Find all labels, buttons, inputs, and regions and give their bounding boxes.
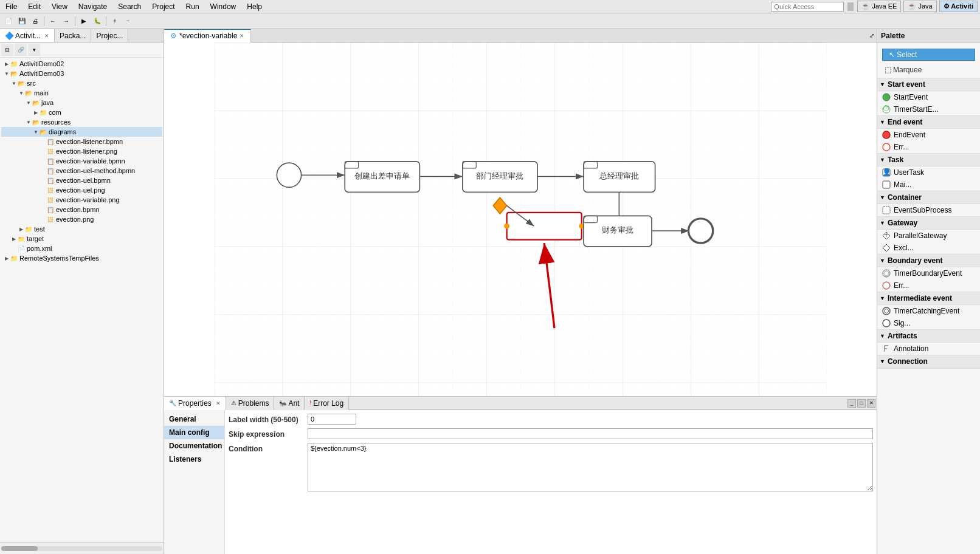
toolbar-back[interactable]: ←: [47, 15, 59, 27]
palette-section-start-event-header[interactable]: ▼ Start event: [877, 78, 980, 91]
tree-item-file3[interactable]: 📋 evection-variable.bpmn: [1, 156, 162, 166]
palette-section-gateway-header[interactable]: ▼ Gateway: [877, 217, 980, 230]
bottom-tab-ant[interactable]: 🐜 Ant: [274, 397, 305, 410]
palette-item-startevent[interactable]: StartEvent: [877, 91, 980, 103]
tree-item-file1[interactable]: 📋 evection-listener.bpmn: [1, 137, 162, 146]
palette-marquee-btn[interactable]: ⬚ Marquee: [880, 64, 978, 75]
palette-item-timerstartevent[interactable]: ⏱ TimerStartE...: [877, 103, 980, 115]
palette-section-artifacts-header[interactable]: ▼ Artifacts: [877, 330, 980, 343]
sidebar-tab-activiti[interactable]: 🔷 Activit... ✕: [0, 29, 55, 42]
prop-textarea-condition[interactable]: ${evection.num<3}: [308, 443, 873, 491]
palette-item-endevent[interactable]: EndEvent: [877, 129, 980, 141]
sidebar-scroll-track[interactable]: [1, 546, 162, 551]
editor-tab-evection-variable[interactable]: ⚙ *evection-variable ✕: [164, 29, 251, 43]
palette-item-usertask[interactable]: 👤 UserTask: [877, 166, 980, 179]
palette-item-gateway2[interactable]: Excl...: [877, 242, 980, 254]
editor-tab-close[interactable]: ✕: [240, 33, 244, 39]
palette-item-task2[interactable]: Mai...: [877, 179, 980, 191]
palette-item-parallelgateway[interactable]: + ParallelGateway: [877, 230, 980, 242]
menu-run[interactable]: Run: [183, 2, 202, 12]
bottom-close-btn[interactable]: ✕: [867, 399, 875, 408]
tree-item-activitidemo02[interactable]: ▶ 📁 ActivitiDemo02: [1, 59, 162, 69]
menu-window[interactable]: Window: [207, 2, 240, 12]
bottom-tab-properties[interactable]: 🔧 Properties ✕: [164, 397, 226, 410]
editor-area[interactable]: 创建出差申请单 部门经理审批 总经理审批: [164, 43, 877, 396]
menu-project[interactable]: Project: [149, 2, 178, 12]
sidebar-link[interactable]: 🔗: [15, 44, 27, 56]
tree-item-activitidemo03[interactable]: ▼ 📂 ActivitiDemo03: [1, 69, 162, 78]
toolbar-save[interactable]: 💾: [16, 15, 28, 27]
prop-input-skipexpression[interactable]: [308, 428, 873, 439]
quick-access-input[interactable]: [771, 2, 844, 12]
tree-item-file2[interactable]: 🖼 evection-listener.png: [1, 146, 162, 156]
toolbar-run[interactable]: ▶: [78, 15, 90, 27]
palette-item-timercatchingevent[interactable]: TimerCatchingEvent: [877, 305, 980, 317]
sidebar-tab-package[interactable]: Packa...: [55, 29, 91, 42]
menu-help[interactable]: Help: [244, 2, 265, 12]
tree-item-file5[interactable]: 📋 evection-uel.bpmn: [1, 176, 162, 185]
palette-section-gateway-label: Gateway: [888, 219, 917, 227]
toolbar-print[interactable]: 🖨: [29, 15, 41, 27]
palette-select-btn[interactable]: ↖ Select: [882, 49, 975, 61]
prop-nav-listeners[interactable]: Listeners: [164, 453, 224, 466]
perspective-activiti[interactable]: ⚙ Activiti: [939, 1, 978, 12]
tree-item-file7[interactable]: 🖼 evection-variable.png: [1, 195, 162, 205]
tree-item-file6[interactable]: 🖼 evection-uel.png: [1, 185, 162, 195]
sidebar-scroll-thumb[interactable]: [1, 546, 38, 551]
tree-item-main[interactable]: ▼ 📂 main: [1, 88, 162, 98]
folder-icon: 📂: [32, 118, 40, 126]
palette-item-boundary2[interactable]: Err...: [877, 279, 980, 292]
tree-item-target[interactable]: ▶ 📁 target: [1, 234, 162, 244]
editor-maximize-btn[interactable]: ⤢: [867, 31, 877, 40]
palette-section-end-event-header[interactable]: ▼ End event: [877, 116, 980, 129]
tree-label: test: [34, 225, 45, 233]
prop-nav-mainconfig[interactable]: Main config: [164, 426, 224, 439]
bottom-tab-errorlog[interactable]: ! Error Log: [305, 397, 349, 410]
palette-section-task-header[interactable]: ▼ Task: [877, 154, 980, 166]
tree-item-com[interactable]: ▶ 📁 com: [1, 108, 162, 117]
tree-item-resources[interactable]: ▼ 📂 resources: [1, 117, 162, 127]
perspective-java[interactable]: ☕ Java: [903, 1, 936, 12]
tree-item-test[interactable]: ▶ 📁 test: [1, 224, 162, 234]
palette-section-intermediate-event: ▼ Intermediate event TimerCatchingEvent …: [877, 292, 980, 330]
menu-file[interactable]: File: [2, 2, 20, 12]
tree-item-diagrams[interactable]: ▼ 📂 diagrams: [1, 127, 162, 137]
tree-item-src[interactable]: ▼ 📂 src: [1, 78, 162, 88]
sidebar-tab-project[interactable]: Projec...: [91, 29, 128, 42]
bottom-maximize-btn[interactable]: □: [857, 399, 866, 408]
bottom-minimize-btn[interactable]: _: [847, 399, 856, 408]
prop-nav-general[interactable]: General: [164, 412, 224, 426]
sidebar-collapse-all[interactable]: ⊟: [1, 44, 13, 56]
toolbar-new[interactable]: 📄: [2, 15, 15, 27]
palette-item-annotation[interactable]: Annotation: [877, 343, 980, 355]
toolbar-forward[interactable]: →: [60, 15, 72, 27]
tree-item-file4[interactable]: 📋 evection-uel-method.bpmn: [1, 166, 162, 176]
tree-item-file9[interactable]: 🖼 evection.png: [1, 214, 162, 224]
prop-nav-documentation[interactable]: Documentation: [164, 439, 224, 453]
menu-view[interactable]: View: [49, 2, 71, 12]
palette-section-boundary-event-header[interactable]: ▼ Boundary event: [877, 255, 980, 267]
tree-item-pom[interactable]: 📄 pom.xml: [1, 244, 162, 253]
palette-item-endevent2[interactable]: Err...: [877, 141, 980, 153]
tree-item-file8[interactable]: 📋 evection.bpmn: [1, 205, 162, 214]
menu-navigate[interactable]: Navigate: [75, 2, 110, 12]
sidebar-tab-activiti-close[interactable]: ✕: [44, 33, 49, 39]
palette-item-timerboundaryevent[interactable]: TimerBoundaryEvent: [877, 267, 980, 279]
sidebar-menu[interactable]: ▾: [28, 44, 40, 56]
palette-item-eventsubprocess[interactable]: EventSubProcess: [877, 204, 980, 216]
palette-section-container-header[interactable]: ▼ Container: [877, 191, 980, 204]
prop-input-labelwidth[interactable]: [308, 414, 356, 425]
palette-section-connection-header[interactable]: ▼ Connection: [877, 355, 980, 368]
toolbar-zoom-in[interactable]: +: [109, 15, 121, 27]
palette-section-intermediate-event-header[interactable]: ▼ Intermediate event: [877, 292, 980, 305]
perspective-java-ee[interactable]: ☕ Java EE: [857, 1, 901, 12]
toolbar-zoom-out[interactable]: −: [122, 15, 134, 27]
palette-item-intermediate2[interactable]: Sig...: [877, 317, 980, 329]
toolbar-debug[interactable]: 🐛: [91, 15, 103, 27]
tree-item-java[interactable]: ▼ 📂 java: [1, 98, 162, 108]
menu-search[interactable]: Search: [115, 2, 144, 12]
tree-item-remotesystems[interactable]: ▶ 📁 RemoteSystemsTempFiles: [1, 253, 162, 263]
menu-edit[interactable]: Edit: [25, 2, 44, 12]
bottom-tab-properties-close[interactable]: ✕: [216, 400, 221, 406]
bottom-tab-problems[interactable]: ⚠ Problems: [226, 397, 275, 410]
